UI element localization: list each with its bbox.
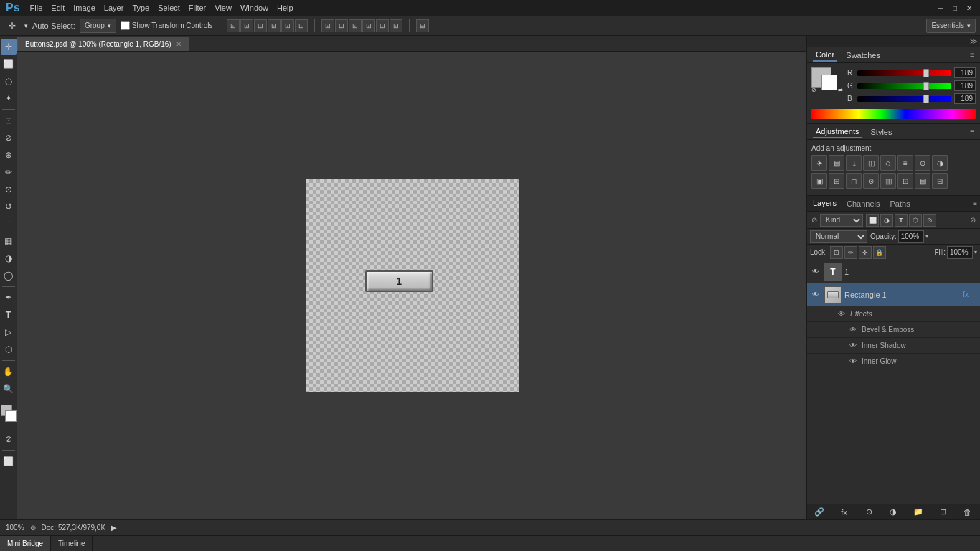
dist-3-btn[interactable]: ⊡ [349, 19, 362, 32]
crop-tool[interactable]: ⊡ [1, 113, 17, 128]
status-arrow[interactable]: ▶ [111, 524, 117, 532]
text-tool[interactable]: T [1, 307, 17, 323]
lock-transparent-btn[interactable]: ⊡ [830, 246, 843, 259]
layers-tab[interactable]: Layers [810, 197, 839, 209]
group-dropdown[interactable]: Group▾ [80, 19, 116, 33]
path-select-tool[interactable]: ▷ [1, 324, 17, 340]
hand-tool[interactable]: ✋ [1, 364, 17, 380]
fill-chevron[interactable]: ▾ [974, 249, 977, 255]
layer-fx-button[interactable]: fx [963, 291, 969, 298]
align-center-v-btn[interactable]: ⊡ [281, 19, 294, 32]
filter-text-icon[interactable]: T [895, 214, 908, 227]
show-transform-checkbox[interactable] [121, 21, 130, 30]
adj-invert-icon[interactable]: ⊘ [863, 173, 879, 189]
blend-mode-select[interactable]: Normal [810, 230, 867, 243]
delete-layer-btn[interactable]: 🗑 [961, 506, 975, 519]
shape-tool[interactable]: ⬡ [1, 342, 17, 357]
align-left-btn[interactable]: ⊡ [227, 19, 240, 32]
g-value[interactable] [954, 80, 976, 91]
adj-threshold-icon[interactable]: ⊡ [897, 173, 913, 189]
menu-window[interactable]: Window [240, 4, 268, 12]
bevel-vis[interactable]: 👁 [847, 324, 859, 336]
glow-vis[interactable]: 👁 [847, 356, 859, 367]
align-bottom-btn[interactable]: ⊡ [295, 19, 308, 32]
dist-6-btn[interactable]: ⊡ [390, 19, 402, 32]
screen-mode-tool[interactable]: ⬜ [1, 453, 17, 469]
filter-kind-select[interactable]: Kind [820, 214, 863, 227]
brush-tool[interactable]: ✏ [1, 164, 17, 180]
lock-all-btn[interactable]: 🔒 [873, 246, 886, 259]
marquee-tool[interactable]: ⬜ [1, 56, 17, 72]
restore-button[interactable]: □ [950, 3, 960, 13]
adj-gradientmap-icon[interactable]: ▤ [915, 173, 930, 189]
adj-curves-icon[interactable]: ⤵ [846, 155, 862, 171]
adj-bw-icon[interactable]: ◑ [932, 155, 948, 171]
filter-adj-icon[interactable]: ◑ [880, 214, 893, 227]
effect-shadow-item[interactable]: 👁 Inner Shadow [807, 338, 980, 354]
adj-vibrance-icon[interactable]: ◇ [880, 155, 896, 171]
close-button[interactable]: ✕ [964, 3, 974, 13]
gradient-tool[interactable]: ▦ [1, 233, 17, 249]
history-tool[interactable]: ↺ [1, 199, 17, 215]
bg-swatch[interactable] [821, 75, 837, 90]
menu-file[interactable]: File [30, 4, 43, 12]
align-top-btn[interactable]: ⊡ [268, 19, 281, 32]
show-transform-check[interactable]: Show Transform Controls [121, 21, 213, 30]
document-tab[interactable]: Buttons2.psd @ 100% (Rectangle 1, RGB/16… [17, 37, 189, 51]
layer-item-text[interactable]: 👁 T 1 [807, 260, 980, 283]
color-swatches[interactable] [1, 405, 17, 423]
move-tool[interactable]: ✛ [1, 39, 17, 55]
b-slider[interactable] [857, 96, 951, 102]
color-panel-menu[interactable]: ≡ [970, 51, 974, 59]
color-spectrum[interactable] [811, 109, 976, 119]
b-value[interactable] [954, 93, 976, 104]
filter-shape-icon[interactable]: ⬡ [909, 214, 922, 227]
menu-edit[interactable]: Edit [51, 4, 65, 12]
menu-help[interactable]: Help [277, 4, 293, 12]
arrange-btn[interactable]: ⊟ [416, 19, 429, 32]
opacity-chevron[interactable]: ▾ [925, 233, 928, 240]
menu-view[interactable]: View [215, 4, 232, 12]
dist-4-btn[interactable]: ⊡ [362, 19, 375, 32]
blur-tool[interactable]: ◑ [1, 250, 17, 266]
effects-vis[interactable]: 👁 [836, 309, 847, 320]
menu-image[interactable]: Image [73, 4, 95, 12]
zoom-icon[interactable]: ⊙ [30, 524, 36, 532]
menu-type[interactable]: Type [132, 4, 149, 12]
adj-selectcolor-icon[interactable]: ⊟ [932, 173, 948, 189]
quick-mask-tool[interactable]: ⊘ [1, 431, 17, 447]
mini-bridge-tab[interactable]: Mini Bridge [0, 536, 51, 552]
new-adj-layer-btn[interactable]: ◑ [886, 506, 900, 519]
channels-tab[interactable]: Channels [844, 198, 882, 209]
color-tab[interactable]: Color [813, 49, 837, 62]
styles-tab[interactable]: Styles [868, 126, 895, 138]
effect-glow-item[interactable]: 👁 Inner Glow [807, 354, 980, 369]
healing-tool[interactable]: ⊕ [1, 147, 17, 163]
adjustments-tab[interactable]: Adjustments [813, 126, 862, 138]
dist-5-btn[interactable]: ⊡ [376, 19, 389, 32]
lasso-tool[interactable]: ◌ [1, 73, 17, 89]
layer-vis-rect[interactable]: 👁 [810, 289, 821, 301]
workspace-dropdown[interactable]: Essentials▾ [926, 19, 976, 33]
dist-2-btn[interactable]: ⊡ [335, 19, 348, 32]
menu-filter[interactable]: Filter [189, 4, 206, 12]
swap-colors[interactable]: ⇄ [838, 87, 843, 93]
adj-colorlookup-icon[interactable]: ◻ [846, 173, 862, 189]
filter-smart-icon[interactable]: ⊙ [923, 214, 936, 227]
quick-select-tool[interactable]: ✦ [1, 90, 17, 106]
minimize-button[interactable]: ─ [936, 3, 946, 13]
adj-photofilter-icon[interactable]: ▣ [811, 173, 827, 189]
canvas-container[interactable]: 1 [17, 52, 806, 519]
r-value[interactable] [954, 67, 976, 78]
shadow-vis[interactable]: 👁 [847, 340, 859, 352]
new-group-btn[interactable]: 📁 [911, 506, 925, 519]
layer-item-rectangle[interactable]: 👁 Rectangle 1 fx ⋮ [807, 283, 980, 306]
color-swatch-area[interactable]: ⊘ ⇄ [811, 67, 843, 93]
pen-tool[interactable]: ✒ [1, 290, 17, 306]
background-color[interactable] [5, 410, 17, 422]
eraser-tool[interactable]: ◻ [1, 216, 17, 232]
adj-channelmix-icon[interactable]: ⊞ [829, 173, 844, 189]
zoom-tool[interactable]: 🔍 [1, 381, 17, 397]
clone-tool[interactable]: ⊙ [1, 182, 17, 197]
eyedropper-tool[interactable]: ⊘ [1, 130, 17, 146]
